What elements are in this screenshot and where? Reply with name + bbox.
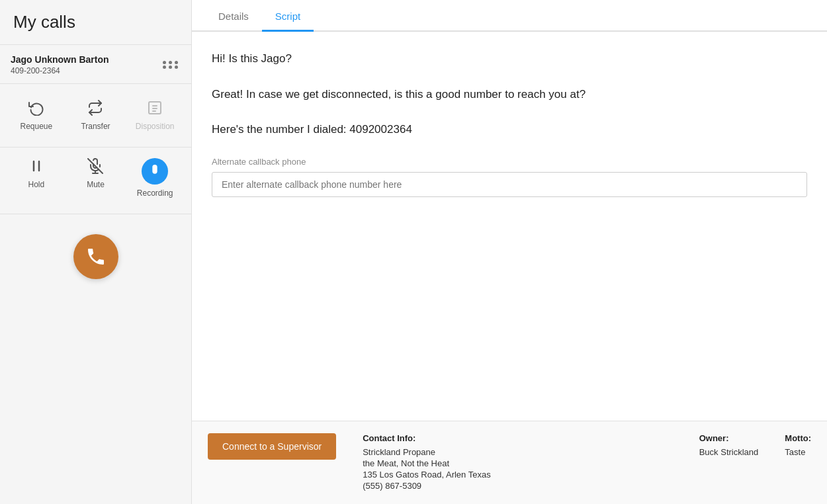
recording-button[interactable]: Recording (125, 153, 185, 203)
phone-btn-area (0, 214, 191, 292)
mute-label: Mute (87, 180, 105, 189)
callback-input[interactable] (212, 172, 807, 197)
left-panel: My calls Jago Unknown Barton 409-200-236… (0, 0, 192, 504)
hold-icon (28, 158, 44, 176)
requeue-label: Requeue (20, 122, 52, 131)
motto-title: Motto: (785, 433, 811, 443)
transfer-button[interactable]: Transfer (66, 95, 126, 136)
contact-company: Strickland Propane (363, 447, 673, 457)
motto-value: Taste (785, 447, 811, 457)
contact-phone: 409-200-2364 (11, 66, 109, 75)
disposition-icon (147, 100, 163, 118)
hangup-button[interactable] (73, 234, 118, 279)
requeue-button[interactable]: Requeue (7, 95, 66, 136)
tabs-row: Details Script (192, 0, 827, 32)
hold-label: Hold (28, 180, 44, 189)
contact-tagline: the Meat, Not the Heat (363, 458, 673, 468)
disposition-label: Disposition (136, 122, 175, 131)
script-content: Hi! Is this Jago? Great! In case we get … (192, 32, 827, 421)
requeue-icon (28, 100, 44, 118)
contact-address: 135 Los Gatos Road, Arlen Texas (363, 470, 673, 480)
callback-label: Alternate callback phone (212, 157, 807, 167)
connect-supervisor-button[interactable]: Connect to a Supervisor (208, 433, 336, 460)
right-panel: Details Script Hi! Is this Jago? Great! … (192, 0, 827, 504)
transfer-icon (87, 100, 103, 118)
contact-row: Jago Unknown Barton 409-200-2364 (0, 45, 191, 84)
action-grid-row1: Requeue Transfer (0, 84, 191, 147)
script-line-1: Hi! Is this Jago? (212, 50, 807, 67)
contact-info-block: Jago Unknown Barton 409-200-2364 (11, 54, 109, 75)
bottom-motto: Motto: Taste (785, 433, 811, 457)
bottom-contact-info: Contact Info: Strickland Propane the Mea… (363, 433, 673, 491)
recording-icon (142, 158, 168, 185)
callback-section: Alternate callback phone (212, 157, 807, 197)
owner-title: Owner: (699, 433, 759, 443)
contact-info-title: Contact Info: (363, 433, 673, 443)
tab-details[interactable]: Details (205, 0, 262, 32)
owner-name: Buck Strickland (699, 447, 759, 457)
action-grid-row2: Hold Mute (0, 147, 191, 214)
mute-button[interactable]: Mute (66, 153, 126, 203)
transfer-label: Transfer (81, 122, 110, 131)
contact-name: Jago Unknown Barton (11, 54, 109, 65)
bottom-owner: Owner: Buck Strickland (699, 433, 759, 457)
script-line-2: Great! In case we get disconnected, is t… (212, 86, 807, 103)
bottom-bar: Connect to a Supervisor Contact Info: St… (192, 421, 827, 504)
disposition-button[interactable]: Disposition (125, 95, 185, 136)
script-line-3: Here's the number I dialed: 4092002364 (212, 121, 807, 138)
hold-button[interactable]: Hold (7, 153, 66, 203)
more-options-icon[interactable] (160, 58, 181, 71)
contact-phone: (555) 867-5309 (363, 481, 673, 491)
page-title: My calls (0, 0, 191, 45)
tab-script[interactable]: Script (262, 0, 314, 32)
mute-icon (87, 158, 103, 176)
recording-label: Recording (137, 189, 173, 198)
